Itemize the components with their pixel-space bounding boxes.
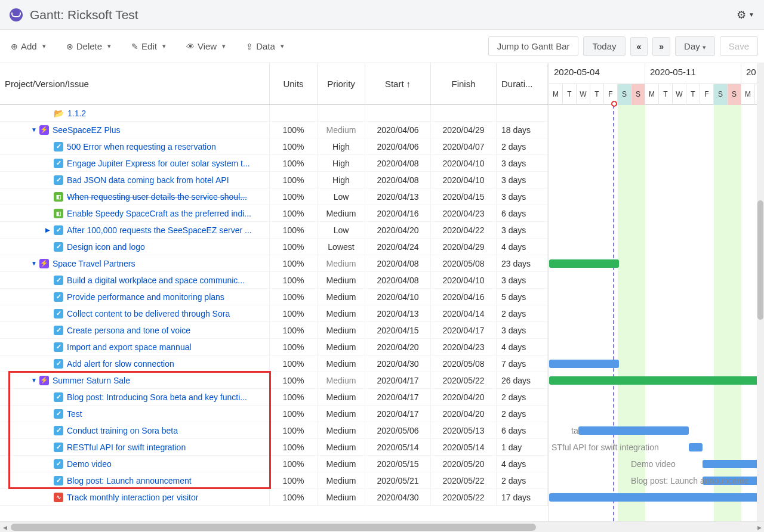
task-name-cell[interactable]: 📂1.1.2 — [0, 105, 270, 121]
caret-right-icon[interactable]: ▶ — [45, 227, 51, 233]
jump-to-gantt-button[interactable]: Jump to Gantt Bar — [488, 36, 579, 56]
table-row[interactable]: Build a digital workplace and space comm… — [0, 272, 549, 289]
view-button[interactable]: 👁View — [181, 38, 230, 55]
task-name-cell[interactable]: Engage Jupiter Express for outer solar s… — [0, 155, 270, 171]
table-row[interactable]: Bad JSON data coming back from hotel API… — [0, 172, 549, 188]
scrollbar-thumb[interactable] — [757, 200, 763, 320]
task-name-label: Track monthly interaction per visitor — [67, 493, 198, 502]
cell-units: 100% — [270, 422, 318, 438]
add-button[interactable]: ⊕Add — [6, 38, 51, 55]
table-row[interactable]: Design icon and logo100%Lowest2020/04/24… — [0, 239, 549, 255]
task-icon — [54, 443, 63, 452]
scroll-right-arrow-icon[interactable]: ▸ — [754, 522, 764, 532]
cell-duration: 4 days — [497, 456, 548, 472]
table-row[interactable]: Create persona and tone of voice100%Medi… — [0, 322, 549, 339]
col-units-header[interactable]: Units — [270, 63, 318, 104]
task-name-cell[interactable]: Track monthly interaction per visitor — [0, 489, 270, 505]
gantt-bar[interactable] — [689, 443, 703, 451]
vertical-scrollbar[interactable] — [757, 63, 764, 521]
col-duration-header[interactable]: Durati... — [497, 63, 548, 104]
caret-down-icon[interactable]: ▼ — [31, 377, 37, 383]
scroll-right-button[interactable]: » — [652, 37, 670, 56]
table-row[interactable]: 📂1.1.2 — [0, 105, 549, 122]
table-row[interactable]: Enable Speedy SpaceCraft as the preferre… — [0, 205, 549, 222]
task-name-cell[interactable]: Blog post: Introducing Sora beta and key… — [0, 389, 270, 405]
cell-start: 2020/04/06 — [365, 122, 431, 138]
table-row[interactable]: Blog post: Introducing Sora beta and key… — [0, 389, 549, 406]
gantt-chart[interactable]: 2020-05-042020-05-1120 MTWTFSSMTWTFSSMT … — [549, 63, 764, 521]
gantt-bar[interactable] — [549, 259, 619, 268]
table-row[interactable]: ▶After 100,000 requests the SeeSpaceEZ s… — [0, 222, 549, 239]
gantt-bar[interactable] — [549, 493, 764, 502]
horizontal-scrollbar[interactable]: ◂ ▸ — [0, 521, 764, 532]
cell-units: 100% — [270, 272, 318, 288]
task-name-cell[interactable]: Provide performance and monitoring plans — [0, 289, 270, 305]
table-row[interactable]: Import and export space mannual100%Mediu… — [0, 339, 549, 355]
task-name-cell[interactable]: Conduct training on Sora beta — [0, 422, 270, 438]
table-row[interactable]: ▼Summer Saturn Sale100%Medium2020/04/172… — [0, 372, 549, 389]
table-row[interactable]: Add alert for slow connection100%Medium2… — [0, 355, 549, 372]
delete-icon: ⊗ — [66, 42, 73, 51]
task-name-cell[interactable]: Test — [0, 406, 270, 422]
task-name-cell[interactable]: Demo video — [0, 456, 270, 472]
table-row[interactable]: Blog post: Launch announcement100%Medium… — [0, 472, 549, 489]
save-button[interactable]: Save — [720, 36, 758, 56]
task-name-cell[interactable]: Create persona and tone of voice — [0, 322, 270, 338]
gantt-bar[interactable] — [549, 360, 619, 368]
col-start-header[interactable]: Start↑ — [365, 63, 431, 104]
gantt-bar[interactable] — [578, 426, 689, 435]
gantt-bar[interactable] — [703, 460, 764, 468]
edit-button[interactable]: ✎Edit — [127, 38, 171, 55]
gantt-body[interactable]: taSTful API for swift integrationDemo vi… — [549, 105, 764, 521]
task-name-cell[interactable]: Add alert for slow connection — [0, 355, 270, 372]
table-row[interactable]: Test100%Medium2020/04/172020/04/202 days — [0, 406, 549, 422]
task-name-cell[interactable]: Build a digital workplace and space comm… — [0, 272, 270, 288]
caret-down-icon[interactable]: ▼ — [31, 260, 37, 267]
table-row[interactable]: Engage Jupiter Express for outer solar s… — [0, 155, 549, 172]
folder-icon: 📂 — [54, 109, 64, 118]
task-name-cell[interactable]: Import and export space mannual — [0, 339, 270, 355]
scroll-left-button[interactable]: « — [630, 37, 648, 56]
col-finish-header[interactable]: Finish — [431, 63, 497, 104]
table-row[interactable]: ▼SeeSpaceEZ Plus100%Medium2020/04/062020… — [0, 122, 549, 138]
table-row[interactable]: Provide performance and monitoring plans… — [0, 289, 549, 305]
cell-units: 100% — [270, 322, 318, 338]
table-row[interactable]: ▼Space Travel Partners100%Medium2020/04/… — [0, 255, 549, 272]
scroll-left-arrow-icon[interactable]: ◂ — [0, 522, 10, 532]
today-button[interactable]: Today — [583, 36, 625, 56]
delete-button[interactable]: ⊗Delete — [61, 38, 116, 55]
cell-start: 2020/04/17 — [365, 372, 431, 388]
table-row[interactable]: When requesting user details the service… — [0, 188, 549, 205]
task-name-cell[interactable]: Bad JSON data coming back from hotel API — [0, 172, 270, 188]
table-row[interactable]: Conduct training on Sora beta100%Medium2… — [0, 422, 549, 439]
table-row[interactable]: Demo video100%Medium2020/05/152020/05/20… — [0, 456, 549, 472]
cell-finish: 2020/05/20 — [431, 456, 497, 472]
task-name-cell[interactable]: Collect content to be delivered through … — [0, 305, 270, 321]
table-row[interactable]: RESTful API for swift integration100%Med… — [0, 439, 549, 456]
cell-finish: 2020/04/23 — [431, 205, 497, 221]
data-button[interactable]: ⇪Data — [241, 38, 289, 55]
task-name-cell[interactable]: Enable Speedy SpaceCraft as the preferre… — [0, 205, 270, 221]
task-name-cell[interactable]: ▶After 100,000 requests the SeeSpaceEZ s… — [0, 222, 270, 238]
settings-menu[interactable]: ⚙ ▼ — [737, 8, 754, 21]
task-name-cell[interactable]: 500 Error when requesting a reservation — [0, 138, 270, 154]
col-priority-header[interactable]: Priority — [318, 63, 365, 104]
task-name-cell[interactable]: Blog post: Launch announcement — [0, 472, 270, 488]
epic-icon — [39, 125, 49, 135]
task-name-cell[interactable]: Design icon and logo — [0, 239, 270, 255]
scrollbar-thumb-h[interactable] — [11, 524, 536, 531]
task-name-cell[interactable]: ▼Summer Saturn Sale — [0, 372, 270, 388]
col-name-header[interactable]: Project/Version/Issue — [0, 63, 270, 104]
task-name-cell[interactable]: ▼SeeSpaceEZ Plus — [0, 122, 270, 138]
task-icon — [54, 359, 63, 369]
task-icon — [54, 276, 63, 285]
task-name-cell[interactable]: When requesting user details the service… — [0, 188, 270, 205]
caret-down-icon[interactable]: ▼ — [31, 126, 37, 133]
task-name-cell[interactable]: ▼Space Travel Partners — [0, 255, 270, 271]
table-row[interactable]: Collect content to be delivered through … — [0, 305, 549, 322]
table-row[interactable]: Track monthly interaction per visitor100… — [0, 489, 549, 506]
scale-select[interactable]: Day — [675, 36, 715, 56]
task-name-cell[interactable]: RESTful API for swift integration — [0, 439, 270, 455]
gantt-bar[interactable] — [549, 376, 764, 385]
table-row[interactable]: 500 Error when requesting a reservation1… — [0, 138, 549, 155]
